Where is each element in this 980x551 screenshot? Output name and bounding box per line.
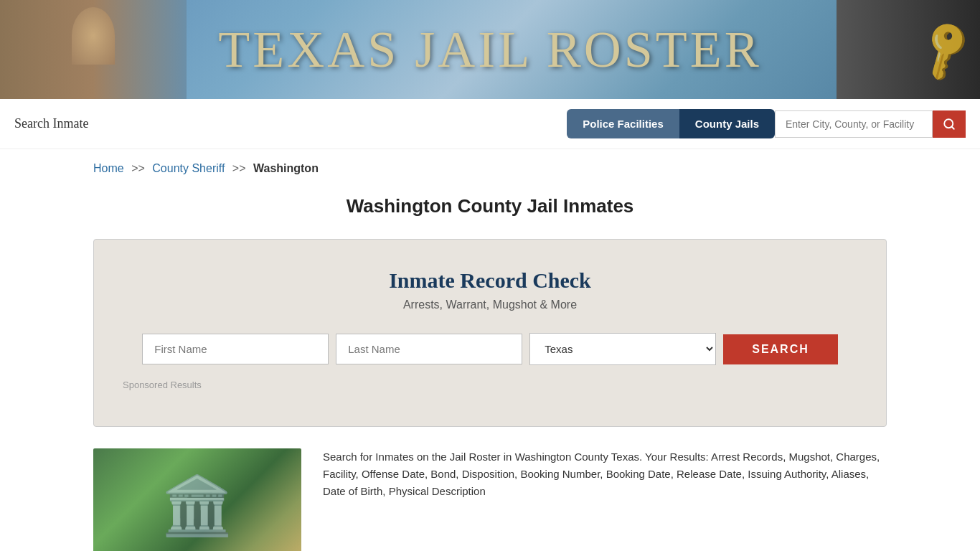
- inmate-search-button[interactable]: SEARCH: [723, 334, 838, 364]
- facility-search-input[interactable]: [775, 110, 933, 138]
- breadcrumb-county-sheriff[interactable]: County Sheriff: [152, 162, 225, 174]
- search-inmate-label: Search Inmate: [14, 116, 88, 131]
- police-facilities-button[interactable]: Police Facilities: [567, 109, 679, 138]
- courthouse-image: [93, 448, 301, 551]
- card-title: Inmate Record Check: [123, 268, 857, 293]
- facility-search-button[interactable]: [933, 110, 966, 138]
- bottom-description: Search for Inmates on the Jail Roster in…: [323, 448, 887, 500]
- inmate-search-card: Inmate Record Check Arrests, Warrant, Mu…: [93, 239, 887, 427]
- breadcrumb-home[interactable]: Home: [93, 162, 124, 174]
- search-form: AlabamaAlaskaArizonaArkansasCaliforniaCo…: [123, 333, 857, 365]
- state-select[interactable]: AlabamaAlaskaArizonaArkansasCaliforniaCo…: [529, 333, 716, 365]
- breadcrumb: Home >> County Sheriff >> Washington: [0, 149, 980, 188]
- page-title: Washington County Jail Inmates: [14, 195, 966, 217]
- card-subtitle: Arrests, Warrant, Mugshot & More: [123, 298, 857, 311]
- breadcrumb-current: Washington: [253, 162, 319, 174]
- banner-capitol-image: [0, 0, 187, 99]
- page-title-section: Washington County Jail Inmates: [0, 188, 980, 239]
- breadcrumb-sep1: >>: [131, 162, 145, 174]
- search-icon: [943, 118, 956, 131]
- banner-keys-image: [837, 0, 980, 99]
- site-title: Texas Jail Roster: [218, 20, 761, 80]
- svg-line-1: [951, 126, 953, 128]
- first-name-input[interactable]: [142, 334, 329, 364]
- sponsored-label: Sponsored Results: [123, 380, 857, 390]
- header-banner: Texas Jail Roster: [0, 0, 980, 99]
- breadcrumb-sep2: >>: [232, 162, 246, 174]
- navbar-right: Police Facilities County Jails: [567, 109, 966, 138]
- last-name-input[interactable]: [336, 334, 522, 364]
- bottom-section: Search for Inmates on the Jail Roster in…: [93, 448, 887, 551]
- county-jails-button[interactable]: County Jails: [679, 109, 775, 138]
- navbar: Search Inmate Police Facilities County J…: [0, 99, 980, 149]
